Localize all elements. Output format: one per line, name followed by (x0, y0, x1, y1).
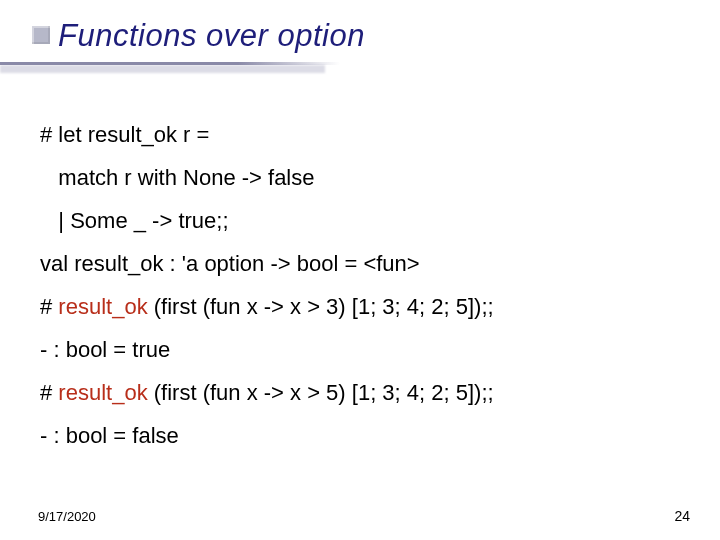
code-highlight: result_ok (58, 380, 147, 405)
slide-title-area: Functions over option (0, 0, 720, 76)
footer-page-number: 24 (674, 508, 690, 524)
code-rest: (first (fun x -> x > 3) [1; 3; 4; 2; 5])… (148, 294, 494, 319)
code-line-7: # result_ok (first (fun x -> x > 5) [1; … (40, 382, 680, 404)
slide-title: Functions over option (58, 18, 720, 54)
slide-footer: 9/17/2020 24 (38, 508, 690, 524)
code-line-8: - : bool = false (40, 425, 680, 447)
code-line-1: # let result_ok r = (40, 124, 680, 146)
title-underline-shadow (0, 65, 325, 73)
title-bullet-icon (32, 26, 50, 44)
code-prompt: # (40, 380, 58, 405)
footer-date: 9/17/2020 (38, 509, 96, 524)
code-line-2: match r with None -> false (40, 167, 680, 189)
code-line-3: | Some _ -> true;; (40, 210, 680, 232)
slide-content: # let result_ok r = match r with None ->… (0, 76, 720, 447)
code-line-6: - : bool = true (40, 339, 680, 361)
title-underline (0, 62, 340, 65)
code-rest: (first (fun x -> x > 5) [1; 3; 4; 2; 5])… (148, 380, 494, 405)
code-prompt: # (40, 294, 58, 319)
code-highlight: result_ok (58, 294, 147, 319)
code-line-4: val result_ok : 'a option -> bool = <fun… (40, 253, 680, 275)
code-line-5: # result_ok (first (fun x -> x > 3) [1; … (40, 296, 680, 318)
